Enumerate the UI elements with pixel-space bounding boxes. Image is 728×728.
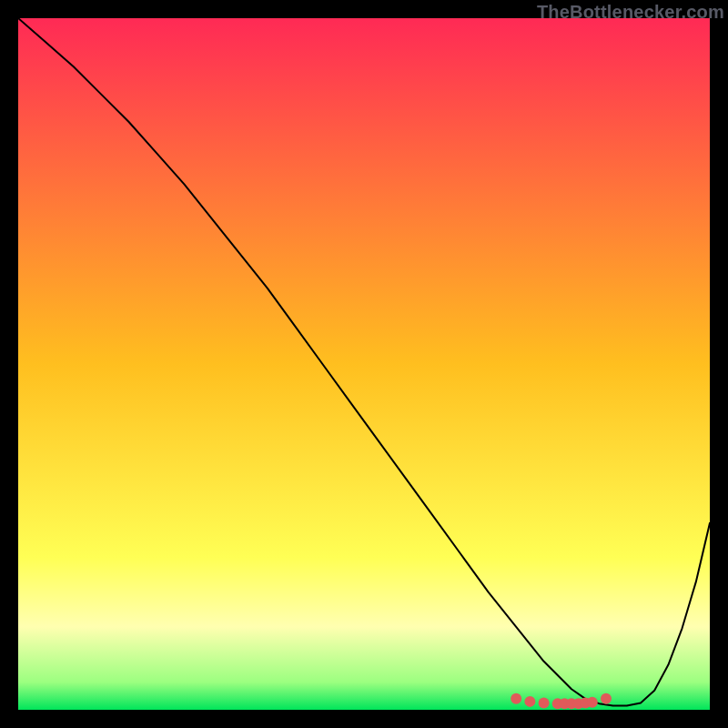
plot-area (18, 18, 710, 710)
svg-point-2 (539, 697, 550, 708)
chart-svg (18, 18, 710, 710)
chart-frame: TheBottlenecker.com (0, 0, 728, 728)
svg-point-9 (601, 693, 612, 704)
svg-point-0 (511, 693, 521, 704)
svg-point-8 (587, 697, 598, 708)
watermark-text: TheBottlenecker.com (537, 2, 724, 23)
plot-background (18, 18, 710, 710)
svg-point-1 (524, 696, 535, 707)
